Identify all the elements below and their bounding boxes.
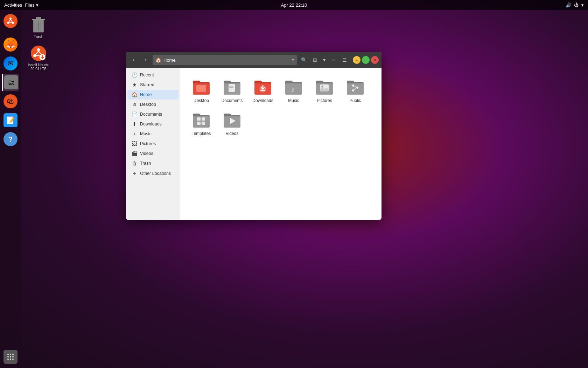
music-icon: ♪ xyxy=(132,131,137,137)
folder-downloads-label: Downloads xyxy=(252,98,273,103)
install-ubuntu-label: Install Ubuntu 20.04 LTS xyxy=(28,63,49,71)
sidebar-other-locations-label: Other Locations xyxy=(140,171,174,176)
home-location-icon: 🏠 xyxy=(155,57,161,63)
dock-separator-1 xyxy=(4,33,17,33)
sidebar-item-home[interactable]: 🏠 Home xyxy=(127,90,178,100)
sidebar-item-downloads[interactable]: ⬇ Downloads xyxy=(127,119,178,129)
files-menu[interactable]: Files ▾ xyxy=(25,2,38,8)
minimize-button[interactable]: – xyxy=(353,56,360,64)
folder-videos-label: Videos xyxy=(226,131,238,136)
svg-rect-42 xyxy=(202,117,205,121)
datetime: Apr 22 22:10 xyxy=(281,2,307,8)
grid-view-dropdown[interactable]: ▾ xyxy=(321,55,327,65)
forward-button[interactable]: › xyxy=(141,55,150,65)
sidebar-item-trash[interactable]: 🗑 Trash xyxy=(127,158,178,168)
svg-rect-15 xyxy=(36,17,41,20)
svg-point-4 xyxy=(7,354,9,355)
desktop-icons-area: Trash Install Ubuntu 20.04 LTS xyxy=(24,14,52,72)
sidebar-item-recent[interactable]: 🕐 Recent xyxy=(127,70,178,80)
dock-item-firefox[interactable]: 🦊 xyxy=(2,36,19,53)
folder-music[interactable]: ♪ Music xyxy=(280,75,308,105)
sidebar-home-label: Home xyxy=(140,92,174,97)
folder-templates[interactable]: Templates xyxy=(187,108,215,138)
window-controls: – □ ✕ xyxy=(353,56,379,64)
close-button[interactable]: ✕ xyxy=(371,56,379,64)
svg-point-20 xyxy=(37,48,40,51)
menu-button[interactable]: ☰ xyxy=(340,55,349,65)
folder-pictures[interactable]: Pictures xyxy=(310,75,338,105)
folder-desktop[interactable]: Desktop xyxy=(187,75,215,105)
svg-rect-27 xyxy=(229,84,235,92)
dock-item-software[interactable]: 🛍 xyxy=(2,93,19,110)
files-menu-label: Files xyxy=(25,2,34,8)
folder-downloads-icon xyxy=(253,77,273,97)
folder-videos[interactable]: Videos xyxy=(218,108,246,138)
svg-rect-44 xyxy=(202,122,205,125)
sidebar-item-videos[interactable]: 🎬 Videos xyxy=(127,149,178,158)
sound-icon[interactable]: 🔊 xyxy=(566,2,571,8)
files-menu-arrow: ▾ xyxy=(36,2,38,8)
sidebar-recent-label: Recent xyxy=(140,73,174,77)
folder-templates-label: Templates xyxy=(192,131,211,136)
svg-rect-41 xyxy=(197,117,201,121)
trash-icon xyxy=(29,15,48,34)
dock-item-help[interactable]: ? xyxy=(2,131,19,148)
folder-templates-icon xyxy=(191,110,211,130)
folder-videos-icon xyxy=(222,110,242,130)
folder-downloads[interactable]: Downloads xyxy=(249,75,277,105)
folder-documents[interactable]: Documents xyxy=(218,75,246,105)
folder-public-label: Public xyxy=(350,98,361,103)
location-dropdown-arrow: ▾ xyxy=(292,57,294,62)
topbar-right: 🔊 ⏻ ▾ xyxy=(566,2,584,8)
fm-main-area: Desktop Documents xyxy=(180,68,382,220)
folder-public-icon xyxy=(345,77,365,97)
desktop-icon-install[interactable]: Install Ubuntu 20.04 LTS xyxy=(24,43,52,72)
svg-rect-43 xyxy=(197,122,201,125)
grid-view-button[interactable]: ⊞ xyxy=(310,55,320,65)
folder-public[interactable]: Public xyxy=(341,75,369,105)
file-manager-window: ‹ › 🏠 Home ▾ 🔍 ⊞ ▾ ≡ ☰ – □ ✕ 🕐 Recent xyxy=(126,52,382,220)
activities-button[interactable]: Activities xyxy=(4,2,22,8)
location-bar[interactable]: 🏠 Home ▾ xyxy=(153,55,297,65)
maximize-button[interactable]: □ xyxy=(362,56,370,64)
sidebar-videos-label: Videos xyxy=(140,151,174,156)
install-ubuntu-icon xyxy=(29,44,48,62)
dock-item-ubuntu[interactable] xyxy=(2,13,19,29)
sidebar-item-pictures[interactable]: 🖼 Pictures xyxy=(127,139,178,149)
sidebar-trash-label: Trash xyxy=(140,161,174,166)
dock-item-thunderbird[interactable]: ✉ xyxy=(2,55,19,72)
fm-content: 🕐 Recent ★ Starred 🏠 Home 🖥 Desktop 📄 Do xyxy=(126,68,382,220)
folder-desktop-label: Desktop xyxy=(194,98,209,103)
svg-text:♪: ♪ xyxy=(291,85,295,94)
power-icon[interactable]: ⏻ xyxy=(574,2,579,8)
trash-sidebar-icon: 🗑 xyxy=(132,161,137,166)
sidebar-documents-label: Documents xyxy=(140,112,174,117)
desktop-icon: 🖥 xyxy=(132,102,137,107)
back-button[interactable]: ‹ xyxy=(129,55,139,65)
sidebar-item-documents[interactable]: 📄 Documents xyxy=(127,109,178,119)
svg-point-7 xyxy=(7,356,9,357)
folder-pictures-label: Pictures xyxy=(317,98,332,103)
ubuntu-logo-icon xyxy=(6,16,15,26)
recent-icon: 🕐 xyxy=(132,72,137,78)
starred-icon: ★ xyxy=(132,82,137,88)
search-button[interactable]: 🔍 xyxy=(299,55,309,65)
dock-item-files[interactable]: 🗂 xyxy=(2,74,19,91)
dock-item-writer[interactable]: 📝 xyxy=(2,112,19,129)
list-view-button[interactable]: ≡ xyxy=(328,55,338,65)
svg-point-9 xyxy=(12,356,14,357)
sidebar-item-desktop[interactable]: 🖥 Desktop xyxy=(127,100,178,109)
sidebar-item-starred[interactable]: ★ Starred xyxy=(127,80,178,90)
videos-icon: 🎬 xyxy=(132,151,137,156)
svg-point-1 xyxy=(9,18,12,20)
svg-rect-25 xyxy=(197,86,205,90)
folder-music-label: Music xyxy=(288,98,299,103)
settings-icon[interactable]: ▾ xyxy=(581,2,584,8)
home-icon: 🏠 xyxy=(132,92,137,97)
sidebar-item-other-locations[interactable]: + Other Locations xyxy=(127,168,178,179)
desktop-icon-trash[interactable]: Trash xyxy=(24,14,52,40)
sidebar-desktop-label: Desktop xyxy=(140,102,174,107)
sidebar-item-music[interactable]: ♪ Music xyxy=(127,129,178,139)
svg-point-11 xyxy=(10,359,11,360)
dock-show-apps[interactable] xyxy=(2,348,19,365)
